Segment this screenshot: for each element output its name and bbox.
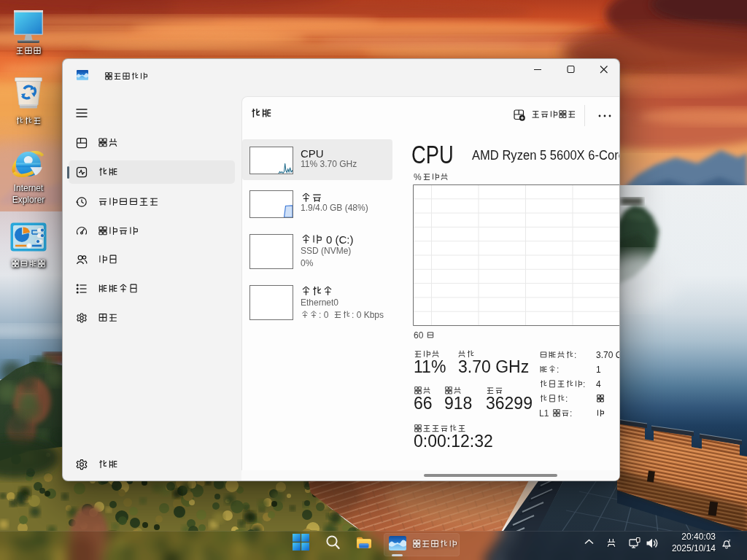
svg-text:z: z xyxy=(729,538,731,542)
